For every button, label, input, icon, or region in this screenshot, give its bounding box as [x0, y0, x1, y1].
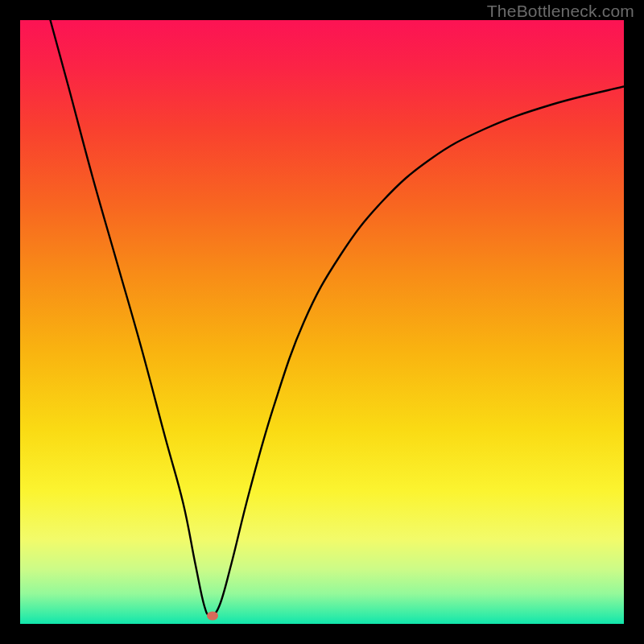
watermark-text: TheBottleneck.com [487, 2, 634, 21]
chart-frame: TheBottleneck.com [0, 0, 644, 644]
optimal-point-marker [207, 611, 218, 620]
plot-area [20, 20, 624, 624]
bottleneck-curve [20, 20, 624, 624]
